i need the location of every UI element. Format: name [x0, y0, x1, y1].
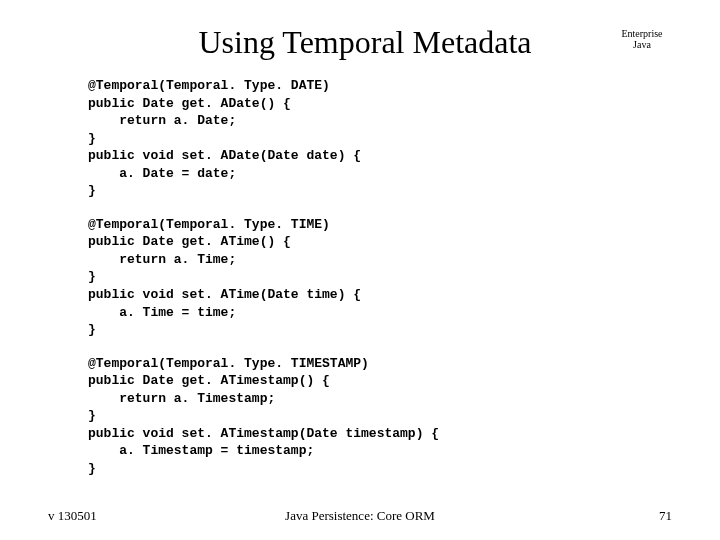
- code-block-time: @Temporal(Temporal. Type. TIME) public D…: [88, 216, 672, 339]
- slide: Using Temporal Metadata Enterprise Java …: [0, 0, 720, 540]
- corner-line-2: Java: [612, 39, 672, 50]
- footer-version: v 130501: [48, 508, 128, 524]
- slide-title: Using Temporal Metadata: [118, 24, 612, 61]
- code-block-timestamp: @Temporal(Temporal. Type. TIMESTAMP) pub…: [88, 355, 672, 478]
- corner-line-1: Enterprise: [612, 28, 672, 39]
- footer-page-number: 71: [592, 508, 672, 524]
- footer: v 130501 Java Persistence: Core ORM 71: [0, 508, 720, 524]
- corner-label: Enterprise Java: [612, 28, 672, 50]
- code-area: @Temporal(Temporal. Type. DATE) public D…: [88, 77, 672, 477]
- footer-center: Java Persistence: Core ORM: [128, 508, 592, 524]
- header-row: Using Temporal Metadata Enterprise Java: [48, 24, 672, 61]
- code-block-date: @Temporal(Temporal. Type. DATE) public D…: [88, 77, 672, 200]
